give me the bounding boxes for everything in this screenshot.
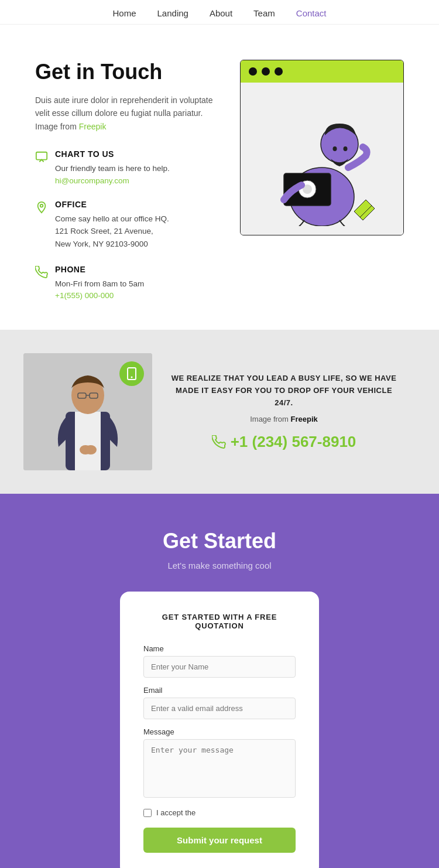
chat-title: CHART TO US xyxy=(55,149,170,159)
contact-heading: Get in Touch xyxy=(35,60,217,84)
contact-intro: Duis aute irure dolor in reprehenderit i… xyxy=(35,94,217,133)
navigation: Home Landing About Team Contact xyxy=(0,0,439,25)
name-label: Name xyxy=(143,644,296,653)
illustration-box xyxy=(240,60,404,235)
nav-home[interactable]: Home xyxy=(113,8,136,18)
nav-landing[interactable]: Landing xyxy=(157,8,188,18)
message-textarea[interactable] xyxy=(143,739,296,798)
svg-point-19 xyxy=(131,377,133,378)
svg-point-4 xyxy=(333,146,337,151)
form-card: GET STARTED WITH A FREE QUOTATION Name E… xyxy=(120,592,319,868)
banner-phone-number: +1 (234) 567-8910 xyxy=(231,433,356,451)
chat-text: Our friendly team is here to help. xyxy=(55,162,170,175)
phone-title: PHONE xyxy=(55,265,144,274)
email-label: Email xyxy=(143,686,296,695)
illustration-body xyxy=(241,83,403,235)
checkbox-row: I accept the xyxy=(143,808,296,817)
svg-point-1 xyxy=(40,204,43,207)
message-label: Message xyxy=(143,727,296,736)
svg-rect-0 xyxy=(36,152,47,160)
phone-icon xyxy=(35,266,48,279)
dot-3 xyxy=(275,67,283,76)
get-started-section: Get Started Let's make something cool GE… xyxy=(0,494,439,868)
dot-2 xyxy=(262,67,270,76)
contact-office: OFFICE Come say hello at our office HQ. … xyxy=(35,200,217,251)
office-address2: New York, NY 92103-9000 xyxy=(55,238,169,251)
chat-email-link[interactable]: hi@ourcompany.com xyxy=(55,176,129,185)
name-group: Name xyxy=(143,644,296,678)
banner-phone-icon xyxy=(212,435,226,449)
nav-about[interactable]: About xyxy=(210,8,232,18)
location-icon xyxy=(35,201,48,214)
checkbox-label: I accept the xyxy=(156,808,196,817)
svg-point-17 xyxy=(85,445,97,454)
banner-photo xyxy=(23,353,152,470)
banner-phone: +1 (234) 567-8910 xyxy=(170,433,398,451)
svg-point-5 xyxy=(344,146,348,151)
contact-chat: CHART TO US Our friendly team is here to… xyxy=(35,149,217,186)
svg-rect-11 xyxy=(75,412,101,470)
message-group: Message xyxy=(143,727,296,800)
banner-section: WE REALIZE THAT YOU LEAD A BUSY LIFE, SO… xyxy=(0,330,439,494)
email-input[interactable] xyxy=(143,698,296,719)
accept-checkbox[interactable] xyxy=(143,809,152,817)
mobile-icon xyxy=(125,367,139,381)
banner-content: WE REALIZE THAT YOU LEAD A BUSY LIFE, SO… xyxy=(152,361,416,463)
submit-button[interactable]: Submit your request xyxy=(143,828,296,853)
illustration-bar xyxy=(241,60,403,83)
get-started-heading: Get Started xyxy=(163,529,276,553)
banner-text: WE REALIZE THAT YOU LEAD A BUSY LIFE, SO… xyxy=(170,373,398,409)
email-group: Email xyxy=(143,686,296,719)
name-input[interactable] xyxy=(143,656,296,678)
freepik-link[interactable]: Freepik xyxy=(79,122,107,131)
contact-info-block: CHART TO US Our friendly team is here to… xyxy=(35,149,217,300)
contact-section: Get in Touch Duis aute irure dolor in re… xyxy=(0,25,439,330)
banner-credit: Image from Freepik xyxy=(170,415,398,423)
nav-team[interactable]: Team xyxy=(253,8,275,18)
get-started-subtitle: Let's make something cool xyxy=(167,561,271,570)
phone-hours: Mon-Fri from 8am to 5am xyxy=(55,278,144,291)
person-illustration xyxy=(258,91,386,226)
contact-illustration xyxy=(240,60,404,235)
contact-phone: PHONE Mon-Fri from 8am to 5am +1(555) 00… xyxy=(35,265,217,301)
nav-contact[interactable]: Contact xyxy=(296,8,327,18)
office-title: OFFICE xyxy=(55,200,169,209)
chat-icon xyxy=(35,151,48,163)
office-address1: 121 Rock Sreet, 21 Avenue, xyxy=(55,225,169,238)
contact-left: Get in Touch Duis aute irure dolor in re… xyxy=(35,60,217,300)
office-text: Come say hello at our office HQ. xyxy=(55,213,169,225)
dot-1 xyxy=(249,67,257,76)
phone-number-link[interactable]: +1(555) 000-000 xyxy=(55,291,114,300)
form-title: GET STARTED WITH A FREE QUOTATION xyxy=(143,613,296,630)
green-badge xyxy=(119,361,144,386)
